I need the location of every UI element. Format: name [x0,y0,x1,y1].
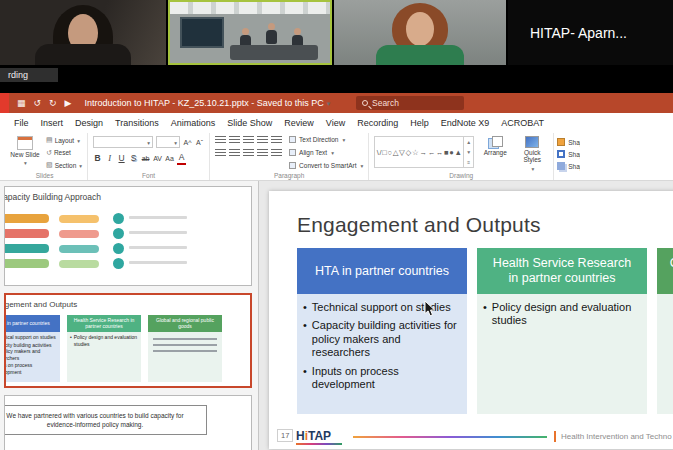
tab-acrobat[interactable]: ACROBAT [495,113,550,133]
thumbnail-2-title: Engagement and Outputs [4,300,77,309]
shape-fill-button[interactable]: Shape Fill [557,138,580,146]
justify-icon[interactable] [257,149,268,158]
tab-slide-show[interactable]: Slide Show [221,113,278,133]
shape-effects-button[interactable]: Shape Effects [557,162,580,170]
slide-thumbnail-3[interactable]: We have partnered with various countries… [4,395,252,450]
slide-thumbnail-2-selected[interactable]: Engagement and Outputs HTA in partner co… [4,293,252,388]
underline-button[interactable]: U [117,153,126,164]
gallery-more-icon[interactable]: ≡ [467,159,470,165]
participant-tile-name-only[interactable]: HITAP- Aparn... [508,0,673,65]
align-right-icon[interactable] [243,149,254,158]
convert-smartart-button[interactable]: Convert to SmartArt [289,162,363,169]
tab-insert[interactable]: Insert [35,113,70,133]
new-slide-button[interactable]: New Slide [7,136,43,167]
shape-glyph: △ [393,148,399,157]
strikethrough-button[interactable]: ab [141,153,150,164]
gallery-scroll-down-icon[interactable]: ▼ [466,149,471,155]
ribbon-group-drawing: \ / □ ○ △ ▽ ◇ ☆ → ← ↔ ■ ● ▲ ▲ ▼ [369,133,554,180]
tab-file[interactable]: File [8,113,35,133]
slide-column-global-goods[interactable]: Global and regional public goods [657,248,673,414]
align-left-icon[interactable] [215,149,226,158]
slide-column-hta[interactable]: HTA in partner countries •Technical supp… [297,248,467,414]
tab-design[interactable]: Design [69,113,109,133]
line-spacing-icon[interactable] [271,136,282,145]
tab-transitions[interactable]: Transitions [109,113,165,133]
shrink-font-button[interactable]: Aˇ [195,137,204,148]
tab-endnote[interactable]: EndNote X9 [435,113,496,133]
search-input[interactable] [372,98,448,108]
shape-glyph: ▲ [454,148,461,157]
bullets-icon[interactable] [215,136,226,145]
align-text-button[interactable]: Align Text [289,149,363,156]
bullet-dot: • [483,301,487,328]
shape-glyph: ● [449,148,454,157]
arrange-icon [488,136,502,148]
decrease-indent-icon[interactable] [243,136,254,145]
redo-icon[interactable]: ↻ [49,93,57,113]
text-shadow-button[interactable]: S [129,153,138,164]
layout-button[interactable]: ▤Layout [46,136,82,144]
tab-help[interactable]: Help [404,113,435,133]
slide-column-health-service[interactable]: Health Service Research in partner count… [477,248,647,414]
shape-glyph: → [419,148,427,157]
align-center-icon[interactable] [229,149,240,158]
change-case-button[interactable]: Aa [165,153,174,164]
bullet-text: Capacity building activities for policy … [312,319,461,359]
character-spacing-button[interactable]: AV [153,153,162,164]
tab-recording[interactable]: Recording [351,113,404,133]
shape-glyph: ☆ [412,148,419,157]
font-size-combo[interactable] [156,136,180,148]
participant-video-3[interactable] [334,0,506,65]
undo-icon[interactable]: ↺ [34,93,42,113]
slide-title[interactable]: Engagement and Outputs [297,213,541,237]
participant-name-label: HITAP- Aparn... [530,25,627,41]
slide-thumbnail-1[interactable]: Capacity Building Approach [4,186,252,286]
grow-font-button[interactable]: A^ [183,137,192,148]
reset-button[interactable]: ↺Reset [46,149,82,157]
slide-page-number: 17 [277,429,293,442]
search-icon [362,100,368,106]
reset-icon: ↺ [46,149,52,157]
text-direction-button[interactable]: Text Direction [289,136,363,143]
save-icon[interactable]: ▦ [17,93,26,113]
gallery-scroll-up-icon[interactable]: ▲ [466,139,471,145]
bold-button[interactable]: B [93,153,102,164]
video-strip: HITAP- Aparn... [0,0,673,65]
title-bar: ▦ ↺ ↻ ▶ Introduction to HITAP - KZ_25.10… [0,93,673,113]
search-box[interactable] [356,96,464,110]
font-color-button[interactable]: A [177,152,186,165]
numbering-icon[interactable] [229,136,240,145]
section-button[interactable]: ▧Section [46,161,82,169]
shape-glyph: ■ [444,148,449,157]
shared-screen: HITAP- Aparn... rding ▦ ↺ ↻ ▶ Introducti… [0,0,673,450]
slide-editing-area: Engagement and Outputs HTA in partner co… [259,181,673,450]
text-direction-icon [289,136,296,143]
document-title: Introduction to HITAP - KZ_25.10.21.pptx… [85,98,331,108]
bullet-text: Inputs on process development [312,365,461,392]
italic-button[interactable]: I [105,153,114,164]
shape-glyph: □ [382,148,387,157]
participant-video-1[interactable] [0,0,166,65]
tab-view[interactable]: View [320,113,351,133]
saved-dropdown-icon[interactable] [324,98,330,108]
hitap-logo: HiTAP [296,431,331,442]
gallery-scrollbar[interactable]: ▲ ▼ ≡ [464,136,474,168]
shape-effects-icon [557,162,565,170]
shape-glyph: ◇ [406,148,412,157]
quick-styles-button[interactable]: Quick Styles [516,136,548,172]
increase-indent-icon[interactable] [257,136,268,145]
shape-outline-button[interactable]: Shape Outline [557,150,580,158]
arrange-button[interactable]: Arrange [479,136,511,156]
new-slide-icon [17,136,33,150]
tab-animations[interactable]: Animations [165,113,222,133]
font-name-combo[interactable] [93,136,153,148]
start-slideshow-icon[interactable]: ▶ [65,93,72,113]
shapes-gallery[interactable]: \ / □ ○ △ ▽ ◇ ☆ → ← ↔ ■ ● ▲ [374,136,464,168]
font-group-label: Font [88,172,209,179]
participant-video-2-active-speaker[interactable] [168,0,332,65]
columns-icon[interactable] [271,149,282,158]
quick-access-toolbar: ▦ ↺ ↻ ▶ [17,93,72,113]
thumbnail-1-title: Capacity Building Approach [4,192,101,202]
slide-canvas[interactable]: Engagement and Outputs HTA in partner co… [269,191,673,449]
tab-review[interactable]: Review [278,113,320,133]
